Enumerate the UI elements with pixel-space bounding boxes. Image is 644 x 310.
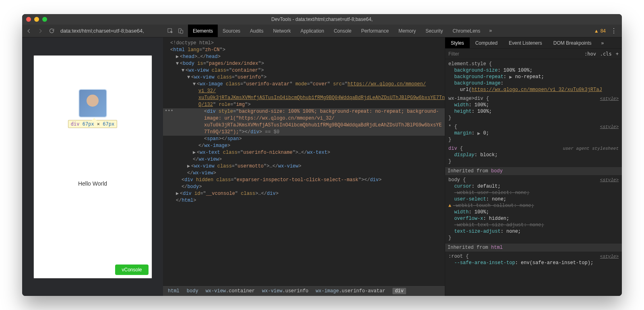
warning-icon: ▲ xyxy=(448,203,451,209)
avatar-container xyxy=(79,90,106,117)
breadcrumb[interactable]: html body wx-view.container wx-view.user… xyxy=(163,285,445,296)
back-arrow-icon[interactable] xyxy=(26,28,32,34)
source-link[interactable]: <style> xyxy=(600,177,619,183)
inspect-element-icon[interactable] xyxy=(167,28,173,34)
panel-tabs: Elements Sources Audits Network Applicat… xyxy=(188,25,496,37)
breadcrumb-item[interactable]: html xyxy=(168,288,180,294)
more-actions-icon[interactable]: ••• xyxy=(165,108,173,114)
devtools-window: DevTools - data:text/html;charset=utf-8;… xyxy=(22,14,622,296)
forward-arrow-icon[interactable] xyxy=(37,28,43,34)
cls-toggle[interactable]: .cls xyxy=(600,51,612,57)
tooltip-width: 67px xyxy=(83,121,94,127)
body-node[interactable]: ▼<body is="pages/index/index"> xyxy=(163,60,445,67)
breadcrumb-item-active[interactable]: div xyxy=(392,288,406,294)
wx-text-node[interactable]: ▶<wx-text class="userinfo-nickname">…</w… xyxy=(163,149,445,156)
style-rule[interactable]: <style>* { margin: ▶ 0; } xyxy=(448,124,619,143)
ua-stylesheet-label: user agent stylesheet xyxy=(563,145,619,152)
container-node[interactable]: ▼<wx-view class="container"> xyxy=(163,67,445,74)
main-toolbar: data:text/html;charset=utf-8;base64, Ele… xyxy=(22,25,622,37)
eq0-indicator: == $0 xyxy=(265,129,279,135)
styles-sidebar: Styles Computed Event Listeners DOM Brea… xyxy=(445,37,622,296)
settings-kebab-icon[interactable]: ⋮ xyxy=(611,27,617,35)
titlebar: DevTools - data:text/html;charset=utf-8;… xyxy=(22,14,622,25)
userinfo-node[interactable]: ▼<wx-view class="userinfo"> xyxy=(163,74,445,81)
tooltip-height: 67px xyxy=(103,121,114,127)
element-dimensions-tooltip: div 67px × 67px xyxy=(68,120,117,128)
head-node[interactable]: ▶<head>…</head> xyxy=(163,54,445,60)
inherited-separator: Inherited from body xyxy=(445,167,622,175)
warning-count: 84 xyxy=(601,28,606,34)
tab-sources[interactable]: Sources xyxy=(218,25,245,37)
sidebar-tabs: Styles Computed Event Listeners DOM Brea… xyxy=(445,37,622,49)
page-preview: div 67px × 67px Hello World vConsole xyxy=(22,37,163,296)
tab-elements[interactable]: Elements xyxy=(188,25,218,37)
hov-toggle[interactable]: :hov xyxy=(584,51,596,57)
selected-div-node[interactable]: ••• <div style="background-size: 100% 10… xyxy=(163,108,445,136)
style-rule[interactable]: element.style { background-size: 100% 10… xyxy=(448,61,619,93)
tab-console[interactable]: Console xyxy=(329,25,356,37)
new-rule-button[interactable]: + xyxy=(616,51,619,57)
style-rule[interactable]: <style>wx-image>div { width: 100%; heigh… xyxy=(448,95,619,121)
usermotto-node[interactable]: ▶<wx-view class="usermotto">…</wx-view> xyxy=(163,163,445,170)
style-rule[interactable]: <style>body { cursor: default; -webkit-u… xyxy=(448,177,619,241)
inherited-separator: Inherited from html xyxy=(445,244,622,252)
breadcrumb-item[interactable]: wx-view.container xyxy=(206,288,255,294)
tab-audits[interactable]: Audits xyxy=(245,25,268,37)
style-rule[interactable]: user agent stylesheetdiv { display: bloc… xyxy=(448,145,619,165)
breadcrumb-item[interactable]: wx-image.userinfo-avatar xyxy=(316,288,385,294)
span-node[interactable]: <span></span> xyxy=(163,136,445,143)
doctype-node[interactable]: <!doctype html> xyxy=(170,40,214,46)
hello-text: Hello World xyxy=(78,180,107,187)
elements-panel: <!doctype html> <html lang="zh-CN"> ▶<he… xyxy=(163,37,445,296)
dom-tree[interactable]: <!doctype html> <html lang="zh-CN"> ▶<he… xyxy=(163,37,445,285)
vconsole-node[interactable]: ▶<div id="__vconsole" class>…</div> xyxy=(163,190,445,197)
vconsole-button[interactable]: vConsole xyxy=(115,265,148,275)
tab-dom-breakpoints[interactable]: DOM Breakpoints xyxy=(548,37,597,48)
breadcrumb-item[interactable]: wx-view.userinfo xyxy=(262,288,308,294)
tab-event-listeners[interactable]: Event Listeners xyxy=(503,37,548,48)
tab-application[interactable]: Application xyxy=(295,25,329,37)
warnings-badge[interactable]: ▲ 84 xyxy=(594,28,606,34)
breadcrumb-item[interactable]: body xyxy=(187,288,198,294)
tab-security[interactable]: Security xyxy=(421,25,448,37)
wx-image-node[interactable]: ▼<wx-image class="userinfo-avatar" mode=… xyxy=(163,81,445,88)
styles-list[interactable]: element.style { background-size: 100% 10… xyxy=(445,59,622,296)
tabs-overflow-icon[interactable]: » xyxy=(485,28,496,34)
sidebar-tabs-overflow-icon[interactable]: » xyxy=(597,37,608,48)
warning-icon: ▲ xyxy=(594,28,599,34)
html-open[interactable]: <html lang="zh-CN"> xyxy=(163,47,445,54)
svg-rect-2 xyxy=(180,30,183,33)
source-link[interactable]: <style> xyxy=(600,253,619,260)
tab-chromelens[interactable]: ChromeLens xyxy=(448,25,485,37)
styles-filter-input[interactable] xyxy=(448,51,580,57)
source-link[interactable]: <style> xyxy=(600,95,619,102)
tab-network[interactable]: Network xyxy=(268,25,295,37)
tooltip-tag: div xyxy=(71,121,80,127)
source-link[interactable]: <style> xyxy=(600,124,619,130)
tab-performance[interactable]: Performance xyxy=(356,25,394,37)
window-title: DevTools - data:text/html;charset=utf-8;… xyxy=(22,17,622,22)
device-frame[interactable]: div 67px × 67px Hello World vConsole xyxy=(33,55,152,279)
tab-computed[interactable]: Computed xyxy=(470,37,503,48)
avatar[interactable] xyxy=(79,90,106,117)
style-rule[interactable]: <style>:root { --safe-area-inset-top: en… xyxy=(448,253,619,266)
url-display: data:text/html;charset=utf-8;base64, xyxy=(60,28,144,34)
tab-memory[interactable]: Memory xyxy=(394,25,421,37)
reload-icon[interactable] xyxy=(49,28,55,34)
device-toggle-icon[interactable] xyxy=(178,28,184,34)
tab-styles[interactable]: Styles xyxy=(445,37,470,48)
mask-node[interactable]: <div hidden class="exparser-inspector-to… xyxy=(163,177,445,184)
